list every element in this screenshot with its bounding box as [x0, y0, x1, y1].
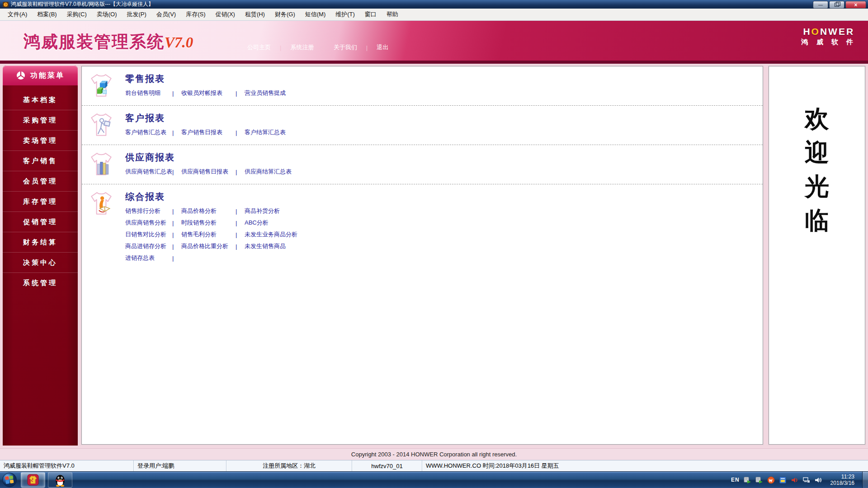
link-purchase-sale-stock-summary[interactable]: 进销存总表	[125, 254, 172, 262]
link-price-weight-analysis[interactable]: 商品价格比重分析	[181, 242, 236, 250]
sidebar-item-promotion[interactable]: 促销管理	[3, 211, 78, 232]
menu-store[interactable]: 卖场(O)	[92, 9, 122, 20]
section-comprehensive-reports: 综合报表 销售排行分析 | 商品价格分析 | 商品补货分析 供应商销售分析 | …	[82, 184, 763, 270]
link-supplier-sales-summary[interactable]: 供应商销售汇总表	[125, 168, 172, 176]
link-customer-settlement-summary[interactable]: 客户结算汇总表	[245, 128, 286, 136]
nav-logout[interactable]: 退出	[377, 43, 388, 52]
sidebar-item-inventory[interactable]: 库存管理	[3, 191, 78, 211]
section-title-retail[interactable]: 零售报表	[125, 72, 286, 85]
banner-nav: 公司主页 | 系统注册 | 关于我们 | 退出	[241, 43, 395, 52]
section-supplier-reports: 供应商报表 供应商销售汇总表 | 供应商销售日报表 | 供应商结算汇总表	[82, 145, 763, 184]
main-content-panel: 零售报表 前台销售明细 | 收银员对帐报表 | 营业员销售提成	[81, 66, 763, 445]
menu-finance[interactable]: 财务(G)	[270, 9, 300, 20]
section-title-supplier[interactable]: 供应商报表	[125, 151, 292, 164]
link-customer-daily-report[interactable]: 客户销售日报表	[181, 128, 236, 136]
taskbar-app-honwer[interactable]	[21, 472, 45, 488]
link-supplier-sales-analysis[interactable]: 供应商销售分析	[125, 219, 172, 227]
menu-member[interactable]: 会员(V)	[151, 9, 181, 20]
link-cashier-reconcile[interactable]: 收银员对帐报表	[181, 89, 236, 97]
status-site-time: WWW.HONWER.CO 时间:2018年03月16日 星期五	[422, 460, 868, 471]
window-title: 鸿威服装鞋帽管理软件V7.0单机/网络版---【大冶卓娅佳人】	[11, 0, 154, 8]
section-customer-reports: 客户报表 客户销售汇总表 | 客户销售日报表 | 客户结算汇总表	[82, 106, 763, 145]
menu-maintain[interactable]: 维护(T)	[330, 9, 360, 20]
menu-purchase[interactable]: 采购(C)	[62, 9, 92, 20]
sidebar-item-purchase[interactable]: 采购管理	[3, 110, 78, 130]
taskbar-app-qq[interactable]	[48, 472, 72, 488]
header-banner: 鸿威服装管理系统V7.0 公司主页 | 系统注册 | 关于我们 | 退出 HON…	[0, 21, 868, 64]
tshirt-cubes-icon	[87, 71, 115, 99]
wamp-icon[interactable]	[767, 476, 775, 484]
sidebar-item-customer-sales[interactable]: 客户销售	[3, 150, 78, 171]
sidebar-item-decision[interactable]: 决策中心	[3, 252, 78, 272]
link-daily-sales-compare-analysis[interactable]: 日销售对比分析	[125, 230, 172, 239]
restore-icon	[835, 3, 839, 7]
menu-lease[interactable]: 租赁(H)	[240, 9, 270, 20]
body-area: 功能菜单 基本档案 采购管理 卖场管理 客户销售 会员管理 库存管理 促销管理 …	[0, 64, 868, 448]
tshirt-customer-icon	[87, 111, 115, 139]
welcome-char: 迎	[805, 140, 829, 164]
menu-promotion[interactable]: 促销(X)	[211, 9, 240, 20]
link-no-business-product-analysis[interactable]: 未发生业务商品分析	[245, 230, 297, 239]
server-sync-icon[interactable]	[755, 476, 763, 484]
menu-bar: 文件(A) 档案(B) 采购(C) 卖场(O) 批发(P) 会员(V) 库存(S…	[0, 9, 868, 21]
link-customer-sales-summary[interactable]: 客户销售汇总表	[125, 128, 172, 136]
sidebar-header-function-menu[interactable]: 功能菜单	[3, 66, 78, 85]
link-product-restock-analysis[interactable]: 商品补货分析	[245, 207, 280, 215]
nav-about-us[interactable]: 关于我们	[334, 43, 357, 52]
volume-icon[interactable]	[814, 476, 822, 484]
start-button[interactable]	[2, 472, 17, 488]
minimize-button[interactable]: —	[813, 1, 828, 9]
sidebar-item-member[interactable]: 会员管理	[3, 171, 78, 191]
tray-date: 2018/3/16	[830, 480, 854, 486]
link-gross-profit-analysis[interactable]: 销售毛利分析	[181, 230, 236, 239]
link-purchase-sale-stock-analysis[interactable]: 商品进销存分析	[125, 242, 172, 250]
copyright-bar: Copyright 2003 - 2014 HONWER Corporation…	[0, 448, 868, 460]
menu-window[interactable]: 窗口	[360, 9, 382, 20]
sidebar-item-store[interactable]: 卖场管理	[3, 130, 78, 150]
sidebar-item-system[interactable]: 系统管理	[3, 272, 78, 293]
link-clerk-commission[interactable]: 营业员销售提成	[245, 89, 286, 97]
link-front-sales-detail[interactable]: 前台销售明细	[125, 89, 172, 97]
language-indicator[interactable]: EN	[731, 477, 740, 483]
honwer-brand-logo: HONWER 鸿 威 软 件	[801, 26, 856, 47]
link-product-price-analysis[interactable]: 商品价格分析	[181, 207, 236, 215]
link-abc-analysis[interactable]: ABC分析	[245, 219, 269, 227]
red-speaker-icon[interactable]	[791, 476, 798, 484]
welcome-char: 临	[805, 208, 829, 232]
status-region: 注册所属地区：湖北	[226, 460, 352, 471]
sidebar-item-finance[interactable]: 财务结算	[3, 232, 78, 252]
system-tray: EN	[731, 472, 868, 488]
menu-wholesale[interactable]: 批发(P)	[122, 9, 151, 20]
sidebar-item-basic-archive[interactable]: 基本档案	[3, 90, 78, 110]
menu-archive[interactable]: 档案(B)	[32, 9, 61, 20]
nav-system-register[interactable]: 系统注册	[290, 43, 314, 52]
section-title-comprehensive[interactable]: 综合报表	[125, 190, 297, 203]
menu-sms[interactable]: 短信(M)	[300, 9, 331, 20]
input-method-icon[interactable]	[779, 476, 787, 484]
nav-company-home[interactable]: 公司主页	[247, 43, 271, 52]
link-supplier-daily-report[interactable]: 供应商销售日报表	[181, 168, 236, 176]
menu-help[interactable]: 帮助	[382, 9, 403, 20]
product-version: V7.0	[165, 34, 193, 51]
copyright-text: Copyright 2003 - 2014 HONWER Corporation…	[351, 451, 517, 458]
menu-file[interactable]: 文件(A)	[3, 9, 32, 20]
qq-penguin-icon	[54, 473, 66, 487]
link-time-period-sales-analysis[interactable]: 时段销售分析	[181, 219, 236, 227]
clock[interactable]: 11:23 2018/3/16	[830, 474, 854, 486]
restore-button[interactable]	[829, 1, 844, 9]
show-desktop-button[interactable]	[862, 472, 868, 488]
product-logo: 鸿威服装管理系统V7.0	[24, 31, 193, 53]
link-supplier-settlement-summary[interactable]: 供应商结算汇总表	[245, 168, 292, 176]
tshirt-bars-icon	[87, 150, 115, 178]
status-bar: 鸿威服装鞋帽管理软件V7.0 登录用户:端鹏 注册所属地区：湖北 hwfzv70…	[0, 460, 868, 471]
taskbar: EN	[0, 471, 868, 488]
link-no-sales-product[interactable]: 未发生销售商品	[245, 242, 286, 250]
menu-inventory[interactable]: 库存(S)	[181, 9, 210, 20]
app-icon	[3, 1, 9, 8]
link-sales-ranking-analysis[interactable]: 销售排行分析	[125, 207, 172, 215]
server-sync-icon[interactable]	[744, 476, 751, 484]
close-button[interactable]: ×	[845, 1, 866, 9]
section-title-customer[interactable]: 客户报表	[125, 112, 286, 124]
desktop: 鸿威服装鞋帽管理软件V7.0单机/网络版---【大冶卓娅佳人】 — × 文件(A…	[0, 0, 868, 488]
network-icon[interactable]	[802, 476, 810, 484]
